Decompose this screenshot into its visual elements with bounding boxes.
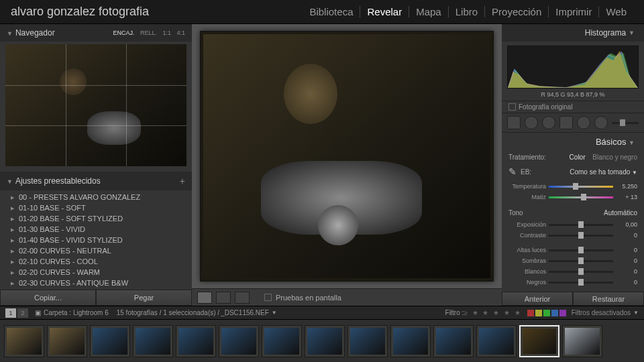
- module-biblioteca[interactable]: Biblioteca: [303, 6, 360, 17]
- color-chip-red[interactable]: [527, 310, 534, 316]
- filmstrip-thumb[interactable]: [476, 325, 517, 357]
- softproof-checkbox[interactable]: [264, 294, 272, 301]
- histogram[interactable]: [507, 46, 639, 88]
- grid-mode-1[interactable]: 1: [5, 308, 16, 318]
- eyedropper-icon[interactable]: ✎: [508, 166, 517, 177]
- slider-track[interactable]: [549, 249, 613, 251]
- brush-tool[interactable]: [594, 116, 608, 129]
- paste-button[interactable]: Pegar: [96, 290, 192, 306]
- status-folder: Carpeta : Lightroom 6: [44, 309, 109, 316]
- filmstrip-thumb[interactable]: [47, 325, 87, 357]
- slider-value[interactable]: 0: [616, 232, 637, 239]
- grid-mode-2[interactable]: 2: [17, 308, 28, 318]
- slider-track[interactable]: [549, 271, 613, 273]
- toolstrip: [502, 113, 644, 133]
- filmstrip-thumb[interactable]: [305, 325, 345, 357]
- center-area: 10/09/14 01:27:34 Pruebas en pantalla: [192, 24, 502, 306]
- copy-button[interactable]: Copiar...: [0, 290, 96, 306]
- slider-track[interactable]: [549, 224, 613, 226]
- slider-value[interactable]: 0: [616, 247, 637, 253]
- slider-value[interactable]: 0: [616, 268, 637, 275]
- filmstrip-thumb[interactable]: [219, 325, 259, 357]
- restore-button[interactable]: Restaurar: [573, 292, 644, 306]
- temp-label: Temperatura: [508, 183, 546, 190]
- filmstrip-thumb[interactable]: [262, 325, 302, 357]
- treatment-label: Tratamiento:: [508, 154, 546, 161]
- preset-item[interactable]: 02-20 CURVES - WARM: [0, 267, 192, 278]
- add-preset-icon[interactable]: +: [180, 176, 185, 186]
- filmstrip-thumb[interactable]: [433, 325, 474, 357]
- navigator-header[interactable]: ▼Navegador ENCAJ. RELL. 1:1 4:1: [0, 24, 192, 42]
- filter-label: Filtro :: [445, 309, 464, 316]
- filmstrip-thumb[interactable]: [176, 325, 216, 357]
- slider-track[interactable]: [549, 235, 613, 237]
- wb-select[interactable]: Como se ha tomado ▼: [535, 168, 637, 176]
- status-bar: 1 2 ▣ Carpeta : Lightroom 6 15 fotografí…: [0, 306, 644, 319]
- tone-label: Tono: [508, 209, 523, 217]
- previous-button[interactable]: Anterior: [502, 292, 573, 306]
- rating-filter[interactable]: ≥ ★ ★ ★ ★ ★: [464, 309, 521, 316]
- slider-value[interactable]: 0: [616, 257, 637, 264]
- module-proyeccion[interactable]: Proyección: [485, 6, 549, 17]
- preset-item[interactable]: 01-40 BASE - VIVID STYLIZED: [0, 235, 192, 245]
- redeye-tool[interactable]: [542, 116, 555, 129]
- module-libro[interactable]: Libro: [449, 6, 485, 17]
- before-after-button[interactable]: [216, 292, 231, 304]
- module-mapa[interactable]: Mapa: [409, 6, 449, 17]
- treatment-bw[interactable]: Blanco y negro: [592, 154, 637, 161]
- auto-tone-button[interactable]: Automático: [604, 209, 637, 217]
- temp-slider[interactable]: [549, 186, 613, 188]
- histogram-header[interactable]: Histograma▼: [502, 24, 644, 42]
- preset-item[interactable]: 01-10 BASE - SOFT: [0, 202, 192, 213]
- slider-track[interactable]: [549, 282, 613, 284]
- crop-tool[interactable]: [507, 116, 521, 129]
- identity-plate: alvaro gonzalez fotografia: [11, 5, 149, 19]
- slider-track[interactable]: [549, 260, 613, 262]
- color-chip-blue[interactable]: [551, 310, 558, 316]
- tint-value[interactable]: + 13: [616, 194, 637, 200]
- preset-item[interactable]: 02-30 CURVES - ANTIQUE B&W: [0, 278, 192, 288]
- presets-header[interactable]: ▼Ajustes preestablecidos +: [0, 172, 192, 190]
- preset-item[interactable]: 01-30 BASE - VIVID: [0, 224, 192, 235]
- toolstrip-slider[interactable]: [612, 122, 639, 124]
- preset-item[interactable]: 01-20 BASE - SOFT STYLIZED: [0, 213, 192, 224]
- module-picker: Biblioteca Revelar Mapa Libro Proyección…: [303, 6, 633, 17]
- navigator-zoom-opts[interactable]: ENCAJ. RELL. 1:1 4:1: [109, 29, 185, 36]
- loupe-view[interactable]: 10/09/14 01:27:34: [192, 24, 502, 288]
- basics-header[interactable]: Básicos ▼: [502, 133, 644, 151]
- loupe-mode-button[interactable]: [197, 292, 212, 304]
- filmstrip-thumb[interactable]: [562, 325, 602, 357]
- filmstrip[interactable]: [0, 319, 644, 362]
- compare-button[interactable]: [235, 292, 250, 304]
- filmstrip-thumb[interactable]: [4, 325, 44, 357]
- slider-value[interactable]: 0,00: [616, 221, 637, 228]
- preset-item[interactable]: 00 - PRESETS ALVARO GONZALEZ: [0, 192, 192, 202]
- filmstrip-thumb[interactable]: [90, 325, 130, 357]
- original-checkbox[interactable]: [508, 103, 516, 111]
- gradient-tool[interactable]: [559, 116, 573, 129]
- filmstrip-thumb[interactable]: [390, 325, 431, 357]
- color-chip-green[interactable]: [543, 310, 550, 316]
- module-imprimir[interactable]: Imprimir: [549, 6, 599, 17]
- wb-label: EB:: [521, 168, 531, 176]
- color-chip-yellow[interactable]: [535, 310, 542, 316]
- navigator-preview[interactable]: [5, 44, 186, 166]
- preset-item[interactable]: 02-10 CURVES - COOL: [0, 256, 192, 267]
- slider-value[interactable]: 0: [616, 279, 637, 286]
- radial-tool[interactable]: [577, 116, 590, 129]
- spot-tool[interactable]: [525, 116, 538, 129]
- module-revelar[interactable]: Revelar: [360, 6, 409, 17]
- temp-value[interactable]: 5.250: [616, 183, 637, 190]
- filters-disabled-label[interactable]: Filtros desactivados: [572, 309, 631, 316]
- filmstrip-thumb[interactable]: [519, 325, 559, 357]
- treatment-color[interactable]: Color: [570, 154, 586, 161]
- color-chip-purple[interactable]: [559, 310, 566, 316]
- tint-slider[interactable]: [549, 196, 613, 198]
- filmstrip-thumb[interactable]: [347, 325, 388, 357]
- tint-label: Matiz: [508, 194, 546, 200]
- filmstrip-thumb[interactable]: [133, 325, 173, 357]
- module-web[interactable]: Web: [599, 6, 633, 17]
- preset-item[interactable]: 02-00 CURVES - NEUTRAL: [0, 245, 192, 256]
- status-filename: _DSC1156.NEF: [221, 309, 269, 316]
- status-count: 15 fotografías / 1 seleccionada(s) /: [117, 309, 219, 316]
